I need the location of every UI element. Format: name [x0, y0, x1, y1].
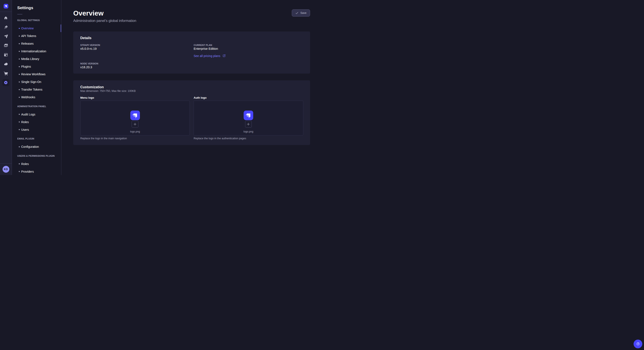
settings-subnav: Settings GLOBAL SETTINGS Overview API To… — [12, 0, 61, 175]
subnav-sections: GLOBAL SETTINGS Overview API Tokens Rele… — [12, 18, 61, 175]
logo-filename: logo.png — [244, 130, 253, 134]
subnav-section: GLOBAL SETTINGS Overview API Tokens Rele… — [12, 18, 61, 101]
nav-releases-button[interactable] — [2, 33, 9, 40]
check-icon — [296, 11, 298, 14]
subnav-section-label: GLOBAL SETTINGS — [12, 18, 61, 22]
bullet-icon — [19, 114, 20, 115]
add-auth-logo-button[interactable] — [245, 121, 252, 128]
main-nav: KD — [0, 0, 12, 175]
nav-content-type-builder-button[interactable] — [2, 51, 9, 58]
nav-marketplace-button[interactable] — [2, 70, 9, 77]
bullet-icon — [19, 81, 20, 82]
subnav-item-label: Internationalization — [21, 49, 46, 53]
nav-settings-button[interactable] — [2, 79, 9, 86]
bullet-icon — [19, 89, 20, 90]
add-menu-logo-button[interactable] — [132, 121, 138, 128]
paper-plane-icon — [4, 34, 8, 38]
bullet-icon — [19, 58, 20, 59]
layout-icon — [4, 53, 8, 57]
menu-logo-label: Menu logo — [80, 96, 190, 100]
subnav-section-items: Audit Logs Roles Users — [12, 111, 61, 134]
subnav-section-items: Overview API Tokens Releases Internation… — [12, 24, 61, 101]
subnav-item-label: Webhooks — [21, 95, 35, 99]
feather-icon — [4, 25, 8, 29]
subnav-section-items: Configuration — [12, 143, 61, 151]
subnav-item-label: Review Workflows — [21, 72, 46, 76]
subnav-item-label: Providers — [21, 170, 34, 173]
customization-card: Customization Max dimension: 750×750, Ma… — [73, 80, 310, 145]
save-button[interactable]: Save — [292, 9, 310, 16]
customization-subtitle: Max dimension: 750×750, Max file size: 1… — [80, 89, 303, 93]
bullet-icon — [19, 121, 20, 123]
subnav-item-label: Media Library — [21, 57, 40, 61]
nav-deploy-button[interactable] — [2, 61, 9, 68]
subnav-item-review-workflows[interactable]: Review Workflows — [12, 70, 61, 78]
nav-footer: KD — [0, 163, 12, 175]
subnav-item-users[interactable]: Users — [12, 126, 61, 134]
main-nav-items — [0, 12, 12, 87]
pricing-link-label: See all pricing plans — [194, 54, 220, 58]
strapi-version-field: STRAPI VERSION v5.0.0-rc.19 — [80, 43, 190, 58]
subnav-item-single-sign-on[interactable]: Single Sign-On — [12, 78, 61, 86]
node-version-field: NODE VERSION v18.20.3 — [80, 62, 190, 70]
subnav-item-transfer-tokens[interactable]: Transfer Tokens — [12, 86, 61, 93]
home-icon — [4, 16, 8, 20]
subnav-section: EMAIL PLUGIN Configuration — [12, 137, 61, 151]
strapi-logo-preview — [244, 111, 253, 120]
page-title: Overview — [73, 9, 310, 17]
logo-hint: Replace the logo in the authentication p… — [194, 137, 303, 140]
subnav-item-label: API Tokens — [21, 34, 36, 38]
nav-media-library-button[interactable] — [2, 42, 9, 49]
subnav-item-overview[interactable]: Overview — [12, 24, 61, 32]
page-subtitle: Administration panel’s global informatio… — [73, 18, 310, 23]
subnav-item-roles[interactable]: Roles — [12, 118, 61, 126]
subnav-item-plugins[interactable]: Plugins — [12, 63, 61, 70]
subnav-item-label: Plugins — [21, 65, 31, 68]
gear-icon — [4, 81, 8, 85]
bullet-icon — [19, 51, 20, 52]
subnav-item-label: Roles — [21, 120, 29, 124]
cloud-icon — [4, 62, 8, 66]
menu-logo-input: Menu logo logo.png Replace the logo in t… — [80, 96, 190, 141]
subnav-item-audit-logs[interactable]: Audit Logs — [12, 111, 61, 118]
subnav-item-configuration[interactable]: Configuration — [12, 143, 61, 151]
subnav-item-api-tokens[interactable]: API Tokens — [12, 32, 61, 40]
subnav-section: USERS & PERMISSIONS PLUGIN Roles Provide… — [12, 154, 61, 175]
subnav-item-label: Configuration — [21, 145, 39, 149]
subnav-item-webhooks[interactable]: Webhooks — [12, 93, 61, 101]
nav-content-manager-button[interactable] — [2, 24, 9, 31]
subnav-item-label: Audit Logs — [21, 113, 35, 116]
main-content: Overview Administration panel’s global i… — [61, 0, 322, 175]
nav-home-button[interactable] — [2, 14, 9, 21]
user-avatar[interactable]: KD — [2, 166, 9, 173]
external-link-icon — [222, 54, 226, 57]
plus-icon — [246, 123, 250, 126]
subnav-divider — [17, 14, 22, 14]
strapi-logo-preview — [130, 111, 140, 120]
subnav-item-roles[interactable]: Roles — [12, 160, 61, 168]
current-plan-value: Enterprise Edition — [194, 46, 303, 51]
pricing-plans-link[interactable]: See all pricing plans — [194, 54, 226, 58]
subnav-title: Settings — [12, 0, 61, 10]
bullet-icon — [19, 146, 20, 147]
subnav-item-internationalization[interactable]: Internationalization — [12, 47, 61, 55]
current-plan-field: CURRENT PLAN Enterprise Edition See all … — [194, 43, 303, 58]
save-button-label: Save — [300, 11, 307, 14]
details-grid: STRAPI VERSION v5.0.0-rc.19 CURRENT PLAN… — [80, 43, 303, 70]
subnav-item-media-library[interactable]: Media Library — [12, 55, 61, 63]
strapi-logo-icon[interactable] — [4, 4, 8, 8]
auth-logo-label: Auth logo — [194, 96, 303, 100]
menu-logo-well: logo.png — [80, 101, 190, 136]
nav-logo-area — [0, 0, 12, 12]
subnav-item-releases[interactable]: Releases — [12, 40, 61, 47]
subnav-section-items: Roles Providers — [12, 160, 61, 175]
customization-grid: Menu logo logo.png Replace the logo in t… — [80, 96, 303, 141]
bullet-icon — [19, 74, 20, 75]
cart-icon — [4, 71, 8, 76]
subnav-item-providers[interactable]: Providers — [12, 168, 61, 175]
subnav-item-label: Roles — [21, 162, 29, 166]
subnav-section-label: ADMINISTRATION PANEL — [12, 105, 61, 108]
bullet-icon — [19, 35, 20, 37]
bullet-icon — [19, 43, 20, 44]
customization-title: Customization — [80, 85, 303, 90]
